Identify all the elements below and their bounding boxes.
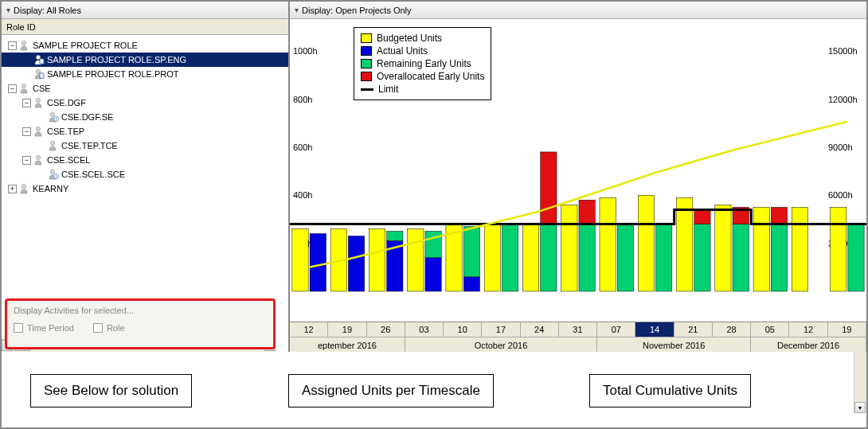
svg-rect-61 bbox=[848, 224, 864, 291]
timescale-day[interactable]: 12 bbox=[789, 322, 827, 337]
tree-row[interactable]: CSE.DGF.SE bbox=[2, 110, 288, 124]
svg-rect-32 bbox=[408, 229, 424, 291]
timescale-day[interactable]: 07 bbox=[597, 322, 635, 337]
svg-rect-29 bbox=[369, 229, 385, 291]
svg-rect-52 bbox=[694, 209, 710, 224]
tree-row-label: SAMPLE PROJECT ROLE bbox=[33, 41, 138, 50]
person-icon bbox=[19, 40, 30, 51]
svg-point-5 bbox=[22, 84, 25, 88]
person-icon bbox=[33, 126, 45, 137]
tree-row[interactable]: −CSE.TEP bbox=[2, 124, 288, 138]
collapse-icon[interactable]: − bbox=[22, 156, 31, 165]
tree-row-label: KEARNY bbox=[33, 184, 68, 193]
svg-text:400h: 400h bbox=[293, 190, 312, 200]
tree-row[interactable]: CSE.SCEL.SCE bbox=[2, 167, 288, 181]
svg-point-9 bbox=[36, 127, 40, 131]
timescale-day[interactable]: 03 bbox=[405, 322, 444, 337]
swatch-limit bbox=[361, 88, 373, 91]
timescale-day[interactable]: 05 bbox=[751, 322, 789, 337]
person-icon bbox=[33, 68, 45, 80]
timescale: 121926031017243107142128051219 eptember … bbox=[290, 322, 866, 352]
collapse-icon[interactable]: − bbox=[8, 41, 17, 50]
activities-title: Display Activities for selected... bbox=[14, 306, 267, 315]
svg-point-0 bbox=[22, 41, 25, 45]
svg-rect-54 bbox=[733, 224, 749, 291]
timescale-month: November 2016 bbox=[597, 337, 751, 352]
column-header[interactable]: Role ID bbox=[2, 19, 288, 35]
timescale-day[interactable]: 12 bbox=[290, 322, 328, 337]
svg-point-11 bbox=[36, 155, 40, 159]
collapse-icon[interactable]: − bbox=[8, 84, 17, 93]
tree-row[interactable]: SAMPLE PROJECT ROLE.SP.ENG bbox=[2, 53, 288, 67]
timescale-day[interactable]: 17 bbox=[482, 322, 520, 337]
svg-text:15000h: 15000h bbox=[828, 46, 858, 56]
legend-overallocated: Overallocated Early Units bbox=[377, 71, 484, 82]
tree-row[interactable]: CSE.TEP.TCE bbox=[2, 138, 288, 153]
person-icon bbox=[33, 97, 45, 108]
right-display-bar[interactable]: ▾ Display: Open Projects Only bbox=[290, 2, 866, 19]
chart-area: 1000h800h600h400h200h15000h12000h9000h60… bbox=[290, 19, 866, 352]
timescale-day[interactable]: 19 bbox=[828, 322, 866, 337]
chevron-down-icon: ▾ bbox=[6, 6, 10, 14]
tree-row[interactable]: +KEARNY bbox=[2, 181, 288, 196]
svg-rect-49 bbox=[656, 224, 672, 291]
person-icon bbox=[48, 111, 59, 123]
svg-text:1000h: 1000h bbox=[293, 46, 318, 56]
svg-rect-45 bbox=[579, 200, 595, 224]
svg-text:9000h: 9000h bbox=[828, 142, 853, 152]
right-panel: ▾ Display: Open Projects Only 1000h800h6… bbox=[290, 2, 866, 352]
checkbox-label: Time Period bbox=[27, 323, 74, 333]
tree-row[interactable]: −SAMPLE PROJECT ROLE bbox=[2, 38, 288, 53]
svg-rect-38 bbox=[484, 224, 500, 291]
callout-cumulative: Total Cumulative Units bbox=[589, 374, 751, 408]
svg-text:6000h: 6000h bbox=[828, 190, 853, 200]
svg-rect-50 bbox=[677, 197, 693, 291]
swatch-overallocated bbox=[361, 72, 372, 81]
timescale-day[interactable]: 14 bbox=[635, 322, 674, 337]
legend-actual: Actual Units bbox=[377, 45, 428, 57]
collapse-icon[interactable]: − bbox=[22, 99, 31, 107]
tree-row[interactable]: −CSE bbox=[2, 81, 288, 96]
timescale-day[interactable]: 28 bbox=[713, 322, 751, 337]
tree-row-label: CSE bbox=[33, 84, 51, 93]
timescale-days: 121926031017243107142128051219 bbox=[290, 322, 866, 337]
right-display-label: Display: Open Projects Only bbox=[302, 6, 412, 15]
legend-budgeted: Budgeted Units bbox=[377, 33, 442, 44]
timescale-day[interactable]: 19 bbox=[328, 322, 366, 337]
timescale-day[interactable]: 10 bbox=[444, 322, 482, 337]
timescale-month: December 2016 bbox=[751, 337, 866, 352]
tree-row-label: CSE.SCEL bbox=[47, 155, 90, 165]
timescale-months: eptember 2016October 2016November 2016De… bbox=[290, 337, 866, 352]
checkbox-icon bbox=[14, 323, 23, 333]
svg-rect-58 bbox=[771, 207, 787, 224]
timescale-month: eptember 2016 bbox=[290, 337, 405, 352]
svg-rect-51 bbox=[694, 224, 710, 291]
checkbox-role[interactable]: Role bbox=[93, 323, 125, 333]
svg-rect-53 bbox=[715, 205, 731, 291]
svg-rect-26 bbox=[310, 234, 326, 291]
svg-rect-41 bbox=[541, 224, 557, 291]
svg-rect-25 bbox=[292, 229, 308, 291]
checkbox-time-period[interactable]: Time Period bbox=[14, 323, 74, 333]
timescale-day[interactable]: 21 bbox=[674, 322, 713, 337]
svg-rect-42 bbox=[541, 152, 557, 224]
collapse-icon[interactable]: − bbox=[22, 127, 31, 136]
timescale-day[interactable]: 26 bbox=[367, 322, 405, 337]
left-display-bar[interactable]: ▾ Display: All Roles bbox=[2, 2, 288, 19]
tree-row-label: CSE.SCEL.SCE bbox=[61, 170, 125, 179]
timescale-day[interactable]: 31 bbox=[559, 322, 597, 337]
svg-point-12 bbox=[50, 170, 54, 174]
person-icon bbox=[33, 54, 45, 65]
activities-box: Display Activities for selected... Time … bbox=[5, 298, 276, 349]
tree-row[interactable]: −CSE.SCEL bbox=[2, 153, 288, 167]
tree-row[interactable]: −CSE.DGF bbox=[2, 96, 288, 110]
timescale-day[interactable]: 24 bbox=[521, 322, 559, 337]
svg-rect-37 bbox=[463, 227, 479, 277]
tree-row[interactable]: SAMPLE PROJECT ROLE.PROT bbox=[2, 67, 288, 81]
expand-icon[interactable]: + bbox=[8, 185, 17, 193]
svg-rect-47 bbox=[617, 224, 633, 291]
checkbox-label: Role bbox=[107, 323, 125, 333]
svg-text:12000h: 12000h bbox=[828, 95, 858, 104]
legend-remaining: Remaining Early Units bbox=[377, 58, 471, 69]
svg-rect-57 bbox=[771, 224, 787, 291]
